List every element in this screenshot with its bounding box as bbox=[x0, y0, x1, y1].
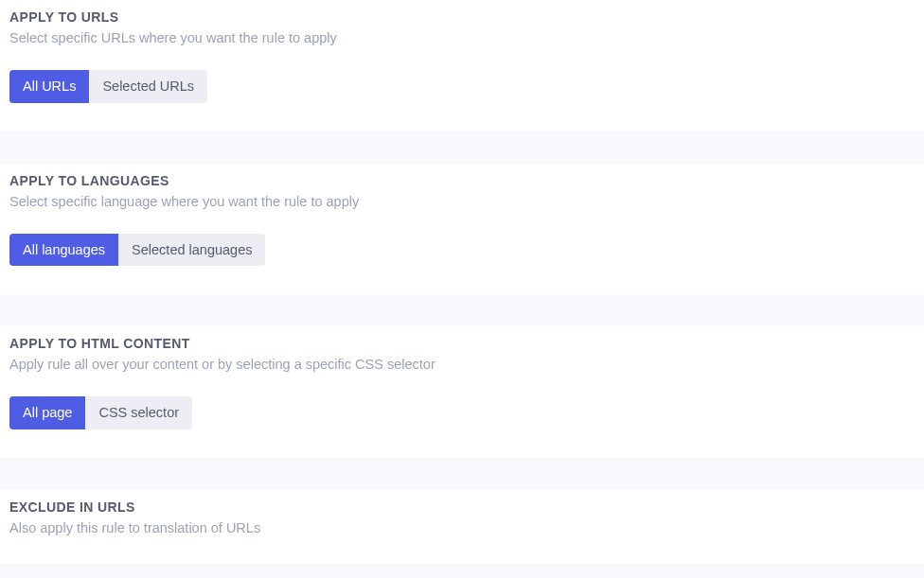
exclude-urls-heading: EXCLUDE IN URLS bbox=[9, 499, 915, 515]
apply-languages-heading: APPLY TO LANGUAGES bbox=[9, 173, 915, 188]
apply-urls-subtext: Select specific URLs where you want the … bbox=[9, 30, 915, 45]
all-urls-button[interactable]: All URLs bbox=[9, 70, 89, 103]
apply-urls-heading: APPLY TO URLS bbox=[9, 9, 915, 25]
apply-html-subtext: Apply rule all over your content or by s… bbox=[9, 357, 915, 372]
apply-html-toggle: All page CSS selector bbox=[9, 396, 192, 429]
section-apply-urls: APPLY TO URLS Select specific URLs where… bbox=[0, 0, 924, 131]
section-apply-languages: APPLY TO LANGUAGES Select specific langu… bbox=[0, 164, 924, 295]
section-exclude-urls: EXCLUDE IN URLS Also apply this rule to … bbox=[0, 490, 924, 564]
css-selector-button[interactable]: CSS selector bbox=[85, 396, 192, 429]
apply-languages-subtext: Select specific language where you want … bbox=[9, 194, 915, 209]
selected-languages-button[interactable]: Selected languages bbox=[118, 234, 265, 267]
section-apply-html: APPLY TO HTML CONTENT Apply rule all ove… bbox=[0, 326, 924, 458]
all-page-button[interactable]: All page bbox=[9, 396, 85, 429]
apply-urls-toggle: All URLs Selected URLs bbox=[9, 70, 207, 103]
all-languages-button[interactable]: All languages bbox=[9, 234, 118, 267]
apply-languages-toggle: All languages Selected languages bbox=[9, 234, 265, 267]
selected-urls-button[interactable]: Selected URLs bbox=[89, 70, 207, 103]
exclude-urls-subtext: Also apply this rule to translation of U… bbox=[9, 520, 915, 535]
apply-html-heading: APPLY TO HTML CONTENT bbox=[9, 336, 915, 351]
